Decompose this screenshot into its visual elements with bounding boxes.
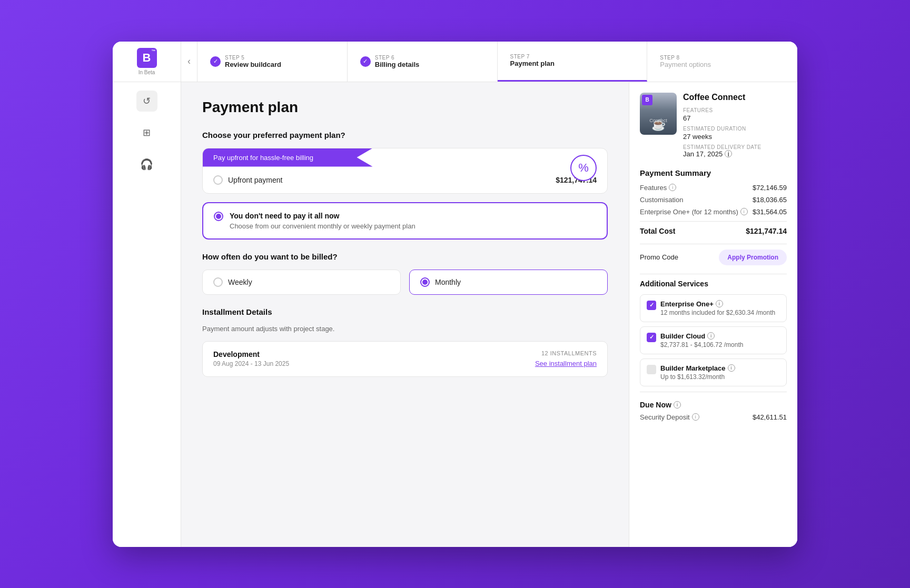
upfront-row[interactable]: Upfront payment $121,747.14 — [203, 167, 607, 193]
summary-divider — [640, 221, 787, 222]
duration-label: ESTIMATED DURATION — [683, 126, 761, 132]
summary-row-features: Features i $72,146.59 — [640, 184, 787, 192]
weekly-radio[interactable] — [213, 277, 223, 287]
features-value: 67 — [683, 114, 690, 122]
discount-badge-icon: % — [570, 155, 597, 181]
divider-due — [640, 392, 787, 392]
billing-option-monthly[interactable]: Monthly — [409, 270, 608, 295]
step-payment-options[interactable]: STEP 8 Payment options — [647, 42, 797, 82]
service-builder-marketplace-name: Builder Marketplace i — [660, 364, 735, 372]
step-check-icon: ✓ — [210, 56, 221, 67]
due-now-row: Security Deposit i $42,611.51 — [640, 413, 787, 421]
step-payment-plan[interactable]: STEP 7 Payment plan — [498, 42, 648, 82]
step-number: STEP 8 — [660, 55, 711, 61]
sidebar-support-button[interactable]: 🎧 — [136, 154, 157, 175]
due-now: Due Now i Security Deposit i $42,611.51 — [640, 401, 787, 421]
step-number: STEP 7 — [510, 54, 555, 59]
divider-promo — [640, 244, 787, 244]
additional-services-title: Additional Services — [640, 280, 787, 288]
payment-summary-title: Payment Summary — [640, 168, 787, 177]
installment-subtitle: Choose from our convenient monthly or we… — [230, 222, 416, 230]
enterprise-info-icon[interactable]: i — [740, 208, 748, 215]
step-label: Payment plan — [510, 59, 555, 67]
installment-title: You don't need to pay it all now — [230, 212, 416, 220]
payment-options-card: Pay upfront for hassle-free billing Upfr… — [202, 148, 608, 194]
security-deposit-value: $42,611.51 — [753, 413, 787, 421]
inst-dates: 09 Aug 2024 - 13 Jun 2025 — [213, 360, 289, 367]
builder-cloud-checkbox[interactable]: ✓ — [647, 333, 656, 342]
summary-row-customisation: Customisation $18,036.65 — [640, 196, 787, 204]
back-icon: ‹ — [187, 56, 191, 67]
undo-icon: ↺ — [143, 95, 151, 107]
step-billing-details[interactable]: ✓ STEP 6 Billing details — [348, 42, 498, 82]
installment-details-subtitle: Payment amount adjusts with project stag… — [202, 325, 608, 333]
service-enterprise-name: Enterprise One+ i — [660, 300, 775, 308]
project-thumbnail: B Connect ☕ — [640, 93, 677, 135]
upfront-label: Upfront payment — [228, 176, 283, 184]
main-layout: ↺ ⊞ 🎧 Payment plan Choose your preferred… — [113, 82, 797, 547]
delivery-info-icon[interactable]: i — [725, 150, 732, 157]
security-deposit-info-icon[interactable]: i — [692, 413, 699, 421]
upfront-banner: Pay upfront for hassle-free billing — [203, 148, 373, 167]
installment-card[interactable]: You don't need to pay it all now Choose … — [202, 202, 608, 240]
installment-radio[interactable] — [214, 212, 223, 221]
service-enterprise-detail: 12 months included for $2,630.34 /month — [660, 309, 775, 316]
support-icon: 🎧 — [140, 158, 153, 171]
step-number: STEP 5 — [225, 55, 281, 61]
upfront-radio[interactable] — [213, 175, 223, 185]
service-builder-cloud-detail: $2,737.81 - $4,106.72 /month — [660, 341, 743, 348]
left-sidebar: ↺ ⊞ 🎧 — [113, 82, 181, 547]
see-installment-link[interactable]: See installment plan — [535, 360, 597, 367]
features-info-icon[interactable]: i — [669, 184, 676, 191]
content-area: Payment plan Choose your preferred payme… — [181, 82, 629, 547]
grid-icon: ⊞ — [143, 127, 151, 138]
page-title: Payment plan — [202, 99, 608, 116]
summary-row-total: Total Cost $121,747.14 — [640, 227, 787, 235]
installment-details: Installment Details Payment amount adjus… — [202, 307, 608, 377]
sidebar-undo-button[interactable]: ↺ — [136, 91, 157, 112]
project-name: Coffee Connect — [683, 93, 761, 102]
app-window: B ™ In Beta ‹ ✓ STEP 5 Review buildcard … — [113, 42, 797, 547]
summary-row-enterprise: Enterprise One+ (for 12 months) i $31,56… — [640, 208, 787, 216]
sidebar-grid-button[interactable]: ⊞ — [136, 122, 157, 143]
additional-services: Additional Services ✓ Enterprise One+ i … — [640, 280, 787, 386]
features-label: FEATURES — [683, 107, 761, 113]
enterprise-checkbox[interactable]: ✓ — [647, 301, 656, 310]
apply-promotion-button[interactable]: Apply Promotion — [719, 250, 787, 265]
duration-value: 27 weeks — [683, 133, 712, 141]
beta-label: In Beta — [139, 69, 155, 75]
right-panel: B Connect ☕ Coffee Connect FEATURES 67 E… — [629, 82, 797, 547]
step-label: Review buildcard — [225, 61, 281, 68]
header: B ™ In Beta ‹ ✓ STEP 5 Review buildcard … — [113, 42, 797, 82]
due-now-title: Due Now i — [640, 401, 787, 409]
delivery-label: ESTIMATED DELIVERY DATE — [683, 144, 761, 150]
billing-option-weekly[interactable]: Weekly — [202, 270, 401, 295]
inst-title: Development — [213, 350, 289, 358]
builder-marketplace-checkbox[interactable] — [647, 365, 656, 374]
monthly-label: Monthly — [435, 278, 461, 286]
thumb-logo: B — [642, 95, 652, 105]
step-check-icon: ✓ — [360, 56, 371, 67]
inst-count: 12 INSTALLMENTS — [535, 350, 597, 356]
service-builder-cloud[interactable]: ✓ Builder Cloud i $2,737.81 - $4,106.72 … — [640, 326, 787, 354]
section2-label: How often do you want to be billed? — [202, 252, 608, 261]
billing-options: Weekly Monthly — [202, 270, 608, 295]
service-enterprise-one[interactable]: ✓ Enterprise One+ i 12 months included f… — [640, 294, 787, 322]
installment-row-card: Development 09 Aug 2024 - 13 Jun 2025 12… — [202, 341, 608, 377]
billing-section: How often do you want to be billed? Week… — [202, 252, 608, 295]
steps-nav: ✓ STEP 5 Review buildcard ✓ STEP 6 Billi… — [197, 42, 797, 82]
security-deposit-label: Security Deposit — [640, 413, 690, 421]
promo-label: Promo Code — [640, 253, 678, 261]
step-review-buildcard[interactable]: ✓ STEP 5 Review buildcard — [197, 42, 348, 82]
delivery-value: Jan 17, 2025 — [683, 150, 723, 158]
back-button[interactable]: ‹ — [181, 42, 197, 82]
service-builder-marketplace[interactable]: Builder Marketplace i Up to $1,613.32/mo… — [640, 358, 787, 386]
due-now-info-icon[interactable]: i — [674, 401, 681, 408]
step-label: Billing details — [375, 61, 420, 68]
logo-area: B ™ In Beta — [113, 42, 181, 82]
installment-details-title: Installment Details — [202, 307, 608, 316]
step-number: STEP 6 — [375, 55, 420, 61]
service-builder-marketplace-detail: Up to $1,613.32/month — [660, 373, 735, 381]
monthly-radio[interactable] — [420, 277, 430, 287]
payment-summary: Payment Summary Features i $72,146.59 Cu… — [640, 168, 787, 235]
